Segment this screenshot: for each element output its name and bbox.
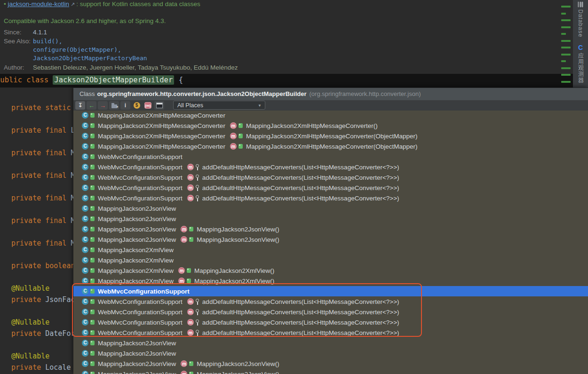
- method-signature-label: MappingJackson2XmlHttpMessageConverter(O…: [246, 143, 418, 150]
- class-name-label: MappingJackson2XmlView: [98, 267, 174, 274]
- class-icon: C: [82, 174, 88, 181]
- usage-row[interactable]: CWebMvcConfigurationSupportmaddDefaultHt…: [73, 317, 588, 327]
- field-text: Locale l: [41, 363, 73, 372]
- usage-row[interactable]: CMappingJackson2XmlViewmMappingJackson2X…: [73, 276, 588, 286]
- see-also-link-configure[interactable]: configure(ObjectMapper),: [33, 46, 121, 53]
- usage-row[interactable]: CMappingJackson2XmlHttpMessageConverterm…: [73, 120, 588, 131]
- class-name-label: WebMvcConfigurationSupport: [98, 298, 183, 305]
- previous-occurrence-button[interactable]: ←: [87, 101, 96, 110]
- class-icon: C: [82, 184, 88, 191]
- show-info-button[interactable]: i: [120, 101, 130, 110]
- usage-row[interactable]: CMappingJackson2JsonView: [73, 338, 588, 348]
- usage-row[interactable]: CMappingJackson2JsonViewmMappingJackson2…: [73, 224, 588, 234]
- class-name-label: MappingJackson2XmlView: [98, 278, 174, 285]
- group-by-icon: [111, 104, 117, 108]
- usage-row[interactable]: CMappingJackson2JsonViewmMappingJackson2…: [73, 234, 588, 245]
- class-name-label: WebMvcConfigurationSupport: [98, 195, 183, 202]
- see-also-link-factorybean[interactable]: Jackson2ObjectMapperFactoryBean: [33, 55, 147, 62]
- class-name-label: MappingJackson2JsonView: [98, 205, 176, 212]
- keyword: private: [11, 363, 41, 372]
- module-link[interactable]: jackson-module-kotlin: [8, 0, 70, 8]
- keyword: private final: [11, 149, 66, 157]
- class-name-label: MappingJackson2JsonView: [98, 340, 176, 347]
- popup-header-package: (org.springframework.http.converter.json…: [310, 90, 421, 97]
- method-signature-label: MappingJackson2JsonView(): [197, 371, 279, 374]
- observer-plugin-icon: C: [578, 44, 583, 51]
- scroll-from-source-icon: ↧: [78, 102, 82, 109]
- class-name-label: WebMvcConfigurationSupport: [98, 164, 183, 171]
- field-declaration-line: private final Lo: [11, 126, 73, 135]
- doc-see-also-line: See Also: build(),: [4, 38, 31, 45]
- see-also-label: See Also:: [4, 38, 31, 45]
- public-visibility-icon: [90, 310, 95, 314]
- show-info-icon: i: [125, 102, 126, 109]
- popup-header-qualified-name: org.springframework.http.converter.json.…: [97, 90, 307, 97]
- class-icon: C: [82, 309, 88, 315]
- public-visibility-icon: [90, 175, 95, 180]
- nullable-annotation: @Nullable: [11, 284, 49, 293]
- keyword: private final: [11, 216, 66, 225]
- public-visibility-icon: [90, 123, 95, 128]
- field-declaration-line: private final Ma: [11, 194, 73, 202]
- class-name-label: MappingJackson2JsonView: [98, 236, 176, 243]
- methods-filter-button[interactable]: (m): [143, 101, 153, 110]
- public-visibility-icon: [90, 113, 95, 118]
- tool-window-database[interactable]: Database: [577, 9, 584, 37]
- scope-selector[interactable]: All Places ▼: [173, 101, 265, 110]
- usage-row[interactable]: CMappingJackson2JsonView: [73, 348, 588, 358]
- usage-row[interactable]: CWebMvcConfigurationSupportmaddDefaultHt…: [73, 172, 588, 183]
- usage-row[interactable]: CMappingJackson2XmlHttpMessageConverterm…: [73, 131, 588, 141]
- method-icon: m: [187, 184, 194, 191]
- public-visibility-icon: [90, 227, 95, 231]
- public-visibility-icon: [90, 268, 95, 273]
- group-by-button[interactable]: [109, 101, 119, 110]
- usage-row[interactable]: CMappingJackson2JsonView: [73, 214, 588, 224]
- usage-row[interactable]: CWebMvcConfigurationSupport: [73, 151, 588, 162]
- usage-row[interactable]: CWebMvcConfigurationSupportmaddDefaultHt…: [73, 193, 588, 203]
- usage-row[interactable]: CMappingJackson2XmlView: [73, 245, 588, 255]
- usage-row[interactable]: CMappingJackson2JsonViewmMappingJackson2…: [73, 358, 588, 369]
- field-declaration-line: @Nullable: [11, 284, 49, 293]
- class-name-label: MappingJackson2XmlView: [98, 247, 174, 254]
- scroll-from-source-button[interactable]: ↧: [75, 101, 85, 110]
- usage-row[interactable]: CWebMvcConfigurationSupportmaddDefaultHt…: [73, 327, 588, 338]
- protected-key-icon: [196, 175, 199, 181]
- class-name-label: MappingJackson2JsonView: [98, 371, 176, 374]
- field-declaration-line: private Locale l: [11, 363, 73, 372]
- preview-toggle-button[interactable]: [154, 101, 164, 110]
- methods-filter-icon: (m): [144, 102, 151, 109]
- class-icon: C: [82, 257, 88, 263]
- change-mark: [561, 6, 571, 8]
- class-icon: C: [82, 340, 88, 346]
- usage-row[interactable]: CMappingJackson2JsonViewmMappingJackson2…: [73, 369, 588, 374]
- field-declaration-line: private final Ma: [11, 216, 73, 225]
- public-visibility-icon: [90, 134, 95, 138]
- change-mark: [561, 19, 571, 21]
- public-visibility-icon: [189, 361, 193, 366]
- usage-row[interactable]: CMappingJackson2XmlViewmMappingJackson2X…: [73, 265, 588, 276]
- bullet: •: [4, 0, 6, 8]
- class-icon: C: [82, 133, 88, 139]
- class-name-label: MappingJackson2JsonView: [98, 360, 176, 367]
- method-signature-label: MappingJackson2XmlHttpMessageConverter(O…: [246, 133, 418, 140]
- public-visibility-icon: [90, 185, 95, 190]
- method-signature-label: addDefaultHttpMessageConverters(List<Htt…: [202, 184, 399, 191]
- usage-row[interactable]: CWebMvcConfigurationSupportmaddDefaultHt…: [73, 296, 588, 307]
- usage-row[interactable]: CWebMvcConfigurationSupportmaddDefaultHt…: [73, 183, 588, 193]
- usage-row[interactable]: CMappingJackson2XmlView: [73, 255, 588, 265]
- usage-row[interactable]: CWebMvcConfigurationSupportmaddDefaultHt…: [73, 307, 588, 317]
- change-mark: [561, 67, 571, 69]
- usage-row[interactable]: CWebMvcConfigurationSupportmaddDefaultHt…: [73, 162, 588, 172]
- tool-window-strip: Database C 应用观测器: [573, 0, 588, 88]
- next-occurrence-button[interactable]: →: [98, 101, 108, 110]
- usage-row[interactable]: CMappingJackson2XmlHttpMessageConverter: [73, 110, 588, 120]
- change-mark: [561, 40, 571, 42]
- usage-row-selected[interactable]: CWebMvcConfigurationSupport: [73, 286, 588, 296]
- tool-window-observer[interactable]: 应用观测器: [577, 53, 585, 83]
- static-members-button[interactable]: $: [132, 101, 142, 110]
- usage-row[interactable]: CMappingJackson2XmlHttpMessageConverterm…: [73, 141, 588, 151]
- see-also-link-build[interactable]: build(),: [33, 38, 63, 45]
- method-icon: m: [187, 329, 194, 336]
- usage-row[interactable]: CMappingJackson2JsonView: [73, 203, 588, 214]
- method-icon: m: [187, 309, 194, 315]
